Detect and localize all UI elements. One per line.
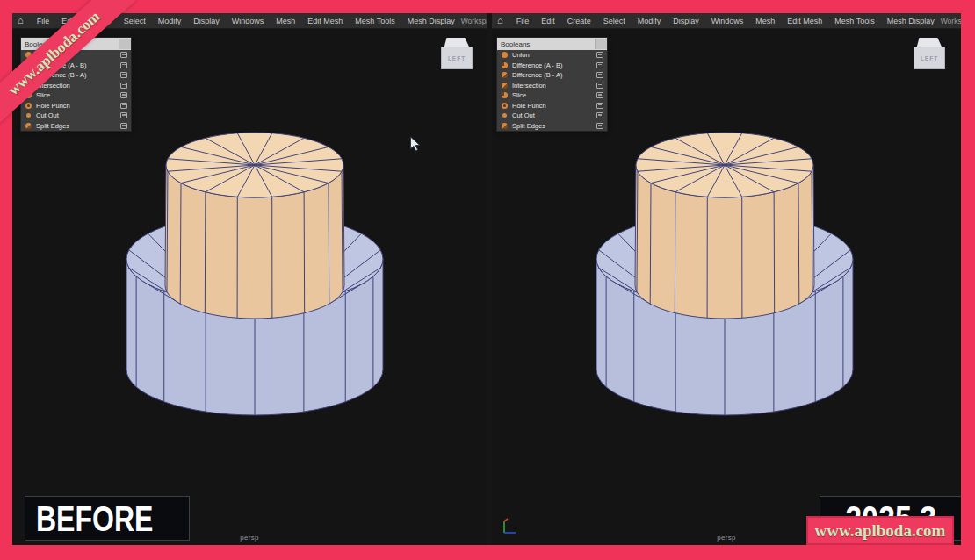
menu-windows[interactable]: Windows [705,17,750,25]
menu-modify[interactable]: Modify [632,17,668,25]
menu-edit-mesh[interactable]: Edit Mesh [781,17,828,25]
maya-window-left: ⌂ File Edit Create Select Modify Display… [12,13,487,545]
home-icon[interactable]: ⌂ [497,16,503,25]
split-edges-icon [25,123,32,129]
boolean-item-split-edges[interactable]: Split Edges [21,121,131,132]
boolean-item-split-edges[interactable]: Split Edges [497,121,607,132]
view-cube[interactable]: LEFT [914,38,945,69]
boolean-item-label: Slice [36,91,120,99]
booleans-panel-header[interactable]: Booleans [497,38,607,50]
option-box-icon[interactable] [120,83,127,89]
view-cube-top-face [914,38,945,47]
option-box-icon[interactable] [596,123,603,129]
option-box-icon[interactable] [120,62,127,68]
boolean-item-label: Union [512,51,596,59]
boolean-item-slice[interactable]: Slice [21,90,131,101]
option-box-icon[interactable] [596,72,603,78]
camera-label: persp [717,534,736,542]
screenshot-root: { "app": { "home_icon_glyph": "⌂", "menu… [0,0,975,560]
boolean-item-label: Difference (B - A) [512,71,596,79]
menu-display[interactable]: Display [667,17,705,25]
before-caption: BEFORE [25,496,190,541]
boolean-item-label: Split Edges [512,122,596,130]
option-box-icon[interactable] [596,52,603,58]
menu-edit-mesh[interactable]: Edit Mesh [301,17,349,25]
option-box-icon[interactable] [120,112,127,118]
boolean-item-difference-b-a[interactable]: Difference (B - A) [497,70,607,81]
boolean-item-label: Difference (A - B) [512,61,596,69]
axis-gizmo-icon [498,514,521,537]
watermark-banner: www.aplboda.com [806,516,954,545]
view-cube[interactable]: LEFT [441,38,473,69]
option-box-icon[interactable] [120,123,127,129]
option-box-icon[interactable] [120,72,127,78]
app-frame: ⌂ File Edit Create Select Modify Display… [12,13,961,545]
hole-punch-icon [25,103,32,109]
boolean-item-hole-punch[interactable]: Hole Punch [21,101,131,111]
view-cube-top-face [441,38,473,47]
menu-mesh-display[interactable]: Mesh Display [401,17,461,25]
workspace-label: Workspace: [461,17,487,25]
menu-select[interactable]: Select [597,17,632,25]
boolean-item-cut-out[interactable]: Cut Out [21,111,131,121]
view-cube-front-face: LEFT [914,47,945,69]
boolean-item-label: Split Edges [36,122,120,130]
intersection-icon [502,83,508,89]
menu-mesh[interactable]: Mesh [749,17,781,25]
booleans-panel: Booleans Union Difference (A - B) Differ… [496,37,608,132]
menu-display[interactable]: Display [187,17,226,25]
panel-header-box[interactable] [595,39,607,49]
option-box-icon[interactable] [596,83,603,89]
boolean-item-label: Hole Punch [36,102,120,110]
maya-window-right: ⌂ File Edit Create Select Modify Display… [492,13,961,545]
boolean-item-label: Intersection [512,82,596,90]
view-cube-front-face: LEFT [441,47,473,69]
cut-out-icon [502,113,507,118]
slice-icon [502,92,508,98]
boolean-item-label: Hole Punch [512,102,596,110]
boolean-item-label: Cut Out [512,111,596,119]
menu-modify[interactable]: Modify [152,17,188,25]
option-box-icon[interactable] [120,103,127,109]
menu-file[interactable]: File [31,17,56,25]
boolean-item-hole-punch[interactable]: Hole Punch [497,101,607,111]
union-icon [502,52,508,58]
option-box-icon[interactable] [120,52,127,58]
difference-b-a-icon [502,72,508,78]
menu-mesh-tools[interactable]: Mesh Tools [349,17,401,25]
viewport-right[interactable]: LEFT Booleans Union Difference (A - B) [492,29,961,545]
cut-out-icon [26,113,31,118]
option-box-icon[interactable] [120,92,127,98]
menu-windows[interactable]: Windows [226,17,271,25]
menu-bar: ⌂ File Edit Create Select Modify Display… [492,13,961,29]
boolean-item-difference-a-b[interactable]: Difference (A - B) [497,61,607,71]
mouse-cursor-icon [409,136,421,153]
panel-header-box[interactable] [119,39,131,49]
menu-file[interactable]: File [510,17,536,25]
option-box-icon[interactable] [596,112,603,118]
menu-mesh[interactable]: Mesh [270,17,301,25]
camera-label: persp [240,534,259,542]
viewport-left[interactable]: LEFT Booleans Union Difference (A - B) [12,29,487,545]
option-box-icon[interactable] [596,92,603,98]
menu-mesh-display[interactable]: Mesh Display [881,17,941,25]
split-edges-icon [502,123,508,129]
boolean-item-label: Intersection [36,82,120,90]
menu-edit[interactable]: Edit [535,17,561,25]
difference-a-b-icon [502,62,508,68]
booleans-panel-title: Booleans [501,40,530,48]
boolean-item-intersection[interactable]: Intersection [497,81,607,91]
boolean-item-label: Slice [512,91,596,99]
boolean-item-cut-out[interactable]: Cut Out [497,111,607,121]
home-icon[interactable]: ⌂ [18,16,24,25]
option-box-icon[interactable] [596,62,603,68]
menu-create[interactable]: Create [561,17,597,25]
menu-mesh-tools[interactable]: Mesh Tools [828,17,880,25]
workspace-label: Workspace: [941,17,961,25]
option-box-icon[interactable] [596,103,603,109]
boolean-item-union[interactable]: Union [497,50,607,61]
menu-select[interactable]: Select [118,17,152,25]
boolean-item-slice[interactable]: Slice [497,90,607,101]
hole-punch-icon [502,103,508,109]
boolean-item-label: Cut Out [36,111,120,119]
